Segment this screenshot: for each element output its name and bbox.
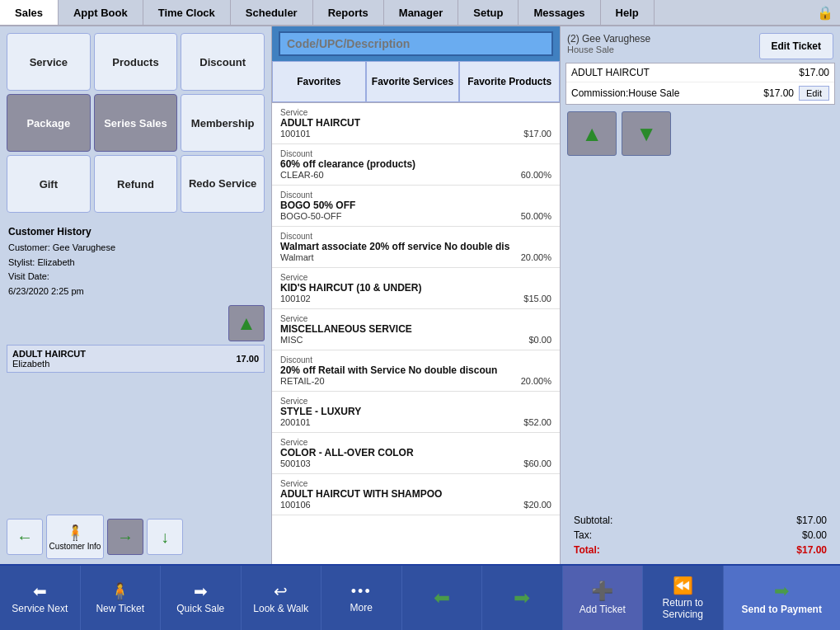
redo-service-button[interactable]: Redo Service <box>181 155 265 213</box>
list-item-price: 20.00% <box>521 252 551 262</box>
list-item[interactable]: Service MISCELLANEOUS SERVICE MISC $0.00 <box>272 309 560 350</box>
ticket-item-name: ADULT HAIRCUT <box>12 349 86 359</box>
nav-help[interactable]: Help <box>601 0 655 25</box>
prev-ticket-button[interactable]: ⬅ <box>402 566 483 630</box>
send-payment-label: Send to Payment <box>742 604 822 615</box>
totals: Subtotal: $17.00 Tax: $0.00 Total: $17.0… <box>561 506 840 564</box>
total-row: Total: $17.00 <box>574 543 827 557</box>
list-item-category: Service <box>280 438 551 447</box>
return-servicing-label: Return to Servicing <box>645 597 721 620</box>
ticket-line-1: ADULT HAIRCUT $17.00 <box>566 63 834 82</box>
look-walk-button[interactable]: ↩ Look & Walk <box>242 566 322 630</box>
nav-sales[interactable]: Sales <box>0 0 59 25</box>
right-down-button[interactable]: ▼ <box>622 111 671 156</box>
list-item-code: 100106 <box>280 500 311 510</box>
list-item-code: 500103 <box>280 458 311 468</box>
total-label: Total: <box>574 544 600 556</box>
products-button[interactable]: Products <box>94 33 178 91</box>
list-item[interactable]: Discount 60% off clearance (products) CL… <box>272 144 560 186</box>
quick-sale-button[interactable]: ➡ Quick Sale <box>161 566 242 630</box>
list-item-category: Service <box>280 273 551 282</box>
ticket-customer: (2) Gee Varughese <box>567 33 650 45</box>
list-item[interactable]: Discount BOGO 50% OFF BOGO-50-OFF 50.00% <box>272 186 560 227</box>
list-item-price: $20.00 <box>523 500 551 510</box>
bottom-bar: ⬅ Service Next 🧍 New Ticket ➡ Quick Sale… <box>0 564 840 630</box>
nav-reports[interactable]: Reports <box>313 0 384 25</box>
nav-manager[interactable]: Manager <box>384 0 458 25</box>
stylist-name: Stylist: Elizabeth <box>8 256 263 270</box>
left-panel: Service Products Discount Package Series… <box>0 26 272 564</box>
edit-line-button[interactable]: Edit <box>799 86 829 101</box>
tab-favorites[interactable]: Favorites <box>272 61 366 102</box>
customer-history-title: Customer History <box>8 226 263 237</box>
list-item-name: COLOR - ALL-OVER COLOR <box>280 447 551 458</box>
list-item[interactable]: Discount 20% off Retail with Service No … <box>272 350 560 392</box>
list-item-code: RETAIL-20 <box>280 376 325 386</box>
series-sales-button[interactable]: Series Sales <box>94 94 178 152</box>
edit-ticket-button[interactable]: Edit Ticket <box>759 33 833 59</box>
list-item[interactable]: Service COLOR - ALL-OVER COLOR 500103 $6… <box>272 433 560 474</box>
list-item-category: Service <box>280 479 551 488</box>
membership-button[interactable]: Membership <box>181 94 265 152</box>
service-button[interactable]: Service <box>7 33 91 91</box>
tax-label: Tax: <box>574 529 592 541</box>
customer-info-label: Customer Info <box>49 542 101 551</box>
service-next-label: Service Next <box>12 603 68 614</box>
down-arrow-button[interactable]: ↓ <box>147 519 183 555</box>
nav-appt-book[interactable]: Appt Book <box>59 0 143 25</box>
list-item[interactable]: Discount Walmart associate 20% off servi… <box>272 227 560 268</box>
ticket-item-price: 17.00 <box>236 354 259 364</box>
more-button[interactable]: ••• More <box>321 566 402 630</box>
list-item[interactable]: Service ADULT HAIRCUT 100101 $17.00 <box>272 103 560 144</box>
ticket-header: (2) Gee Varughese House Sale Edit Ticket <box>561 26 840 63</box>
nav-time-clock[interactable]: Time Clock <box>143 0 231 25</box>
lock-icon: 🔒 <box>810 0 840 25</box>
fav-tabs: Favorites Favorite Services Favorite Pro… <box>272 61 560 103</box>
search-input[interactable] <box>279 31 553 56</box>
list-item-code: 200101 <box>280 417 311 427</box>
tab-favorite-products[interactable]: Favorite Products <box>459 61 560 102</box>
gift-button[interactable]: Gift <box>7 155 91 213</box>
tab-favorite-services[interactable]: Favorite Services <box>366 61 460 102</box>
send-payment-button[interactable]: ➡ Send to Payment <box>724 566 841 630</box>
nav-setup[interactable]: Setup <box>458 0 519 25</box>
refund-button[interactable]: Refund <box>94 155 178 213</box>
return-servicing-button[interactable]: ⏪ Return to Servicing <box>643 566 724 630</box>
button-grid: Service Products Discount Package Series… <box>0 26 271 219</box>
new-ticket-button[interactable]: 🧍 New Ticket <box>81 566 162 630</box>
more-label: More <box>350 602 373 614</box>
nav-scheduler[interactable]: Scheduler <box>231 0 313 25</box>
scroll-up-button[interactable]: ▲ <box>228 305 265 341</box>
subtotal-row: Subtotal: $17.00 <box>574 513 827 528</box>
right-nav-buttons: ▲ ▼ <box>561 105 840 162</box>
package-button[interactable]: Package <box>7 94 91 152</box>
discount-button[interactable]: Discount <box>181 33 265 91</box>
subtotal-label: Subtotal: <box>574 515 612 526</box>
tax-value: $0.00 <box>802 529 827 541</box>
service-next-button[interactable]: ⬅ Service Next <box>0 566 81 630</box>
nav-messages[interactable]: Messages <box>519 0 600 25</box>
customer-info-button[interactable]: 🧍 Customer Info <box>46 515 104 559</box>
ticket-line-1-amount: $17.00 <box>799 67 829 78</box>
list-item-name: KID'S HAIRCUT (10 & UNDER) <box>280 282 551 294</box>
list-item-category: Discount <box>280 355 551 364</box>
list-item-code: 100102 <box>280 294 311 303</box>
next-arrow-button[interactable]: → <box>107 519 143 555</box>
list-item-price: $0.00 <box>528 335 551 345</box>
list-item-name: MISCELLANEOUS SERVICE <box>280 323 551 335</box>
next-ticket-button[interactable]: ➡ <box>482 566 563 630</box>
prev-arrow-button[interactable]: ← <box>7 519 43 555</box>
add-ticket-button[interactable]: ➕ Add Ticket <box>563 566 644 630</box>
ticket-line-1-desc: ADULT HAIRCUT <box>571 67 650 78</box>
ticket-item[interactable]: ADULT HAIRCUT Elizabeth 17.00 <box>7 345 265 373</box>
list-item[interactable]: Service ADULT HAIRCUT WITH SHAMPOO 10010… <box>272 474 560 515</box>
right-up-button[interactable]: ▲ <box>567 111 617 156</box>
ticket-line-2-amount: $17.00 <box>763 87 794 99</box>
list-item-name: STYLE - LUXURY <box>280 406 551 417</box>
center-panel: Favorites Favorite Services Favorite Pro… <box>272 26 560 564</box>
list-item[interactable]: Service KID'S HAIRCUT (10 & UNDER) 10010… <box>272 268 560 309</box>
list-item[interactable]: Service STYLE - LUXURY 200101 $52.00 <box>272 392 560 433</box>
look-walk-label: Look & Walk <box>253 603 308 614</box>
list-item-code: MISC <box>280 335 303 345</box>
list-item-category: Discount <box>280 232 551 241</box>
